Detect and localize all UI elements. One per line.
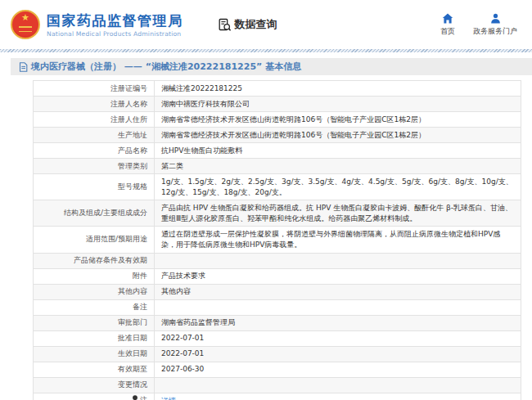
row-label: 适用范围/预期用途 (34, 227, 155, 253)
table-row: 批准日期 2022-07-01 (34, 330, 521, 346)
national-emblem-icon: ★ (11, 10, 40, 39)
note-details-link[interactable]: 详情 (161, 397, 176, 400)
row-label: 注册证编号 (34, 81, 155, 97)
table-row: 生效日期 2022-07-01 (34, 346, 521, 362)
row-value: 湖南省常德经济技术开发区德山街道乾明路106号（智能电子产业园C区1栋2层） (155, 128, 521, 143)
home-link[interactable]: 首页 (440, 13, 455, 37)
site-header: ★ 国家药品监督管理局 National Medical Products Ad… (0, 0, 532, 49)
home-icon (442, 13, 453, 24)
page-title: 境内医疗器械（注册） —— “湘械注准20222181225” 基本信息 (31, 61, 301, 73)
table-row: 结构及组成/主要组成成分 产品由抗 HPV 生物蛋白凝胶和给药器组成。抗 HPV… (34, 200, 521, 227)
section-title-bar: 境内医疗器械（注册） —— “湘械注准20222181225” 基本信息 (11, 58, 532, 75)
home-label: 首页 (440, 26, 455, 37)
row-value: 其他内容 (155, 284, 521, 299)
table-row: 产品储存条件及有效期 (34, 253, 521, 268)
row-label: 变更情况 (34, 377, 155, 393)
nmpa-logo[interactable]: ★ 国家药品监督管理局 National Medical Products Ad… (11, 10, 183, 39)
row-value: 通过在阴道壁形成一层保护性凝胶膜，将阴道壁与外界细菌物理隔离，从而阻止病原微生物… (155, 227, 521, 253)
row-label: 注 (34, 393, 155, 400)
table-row: 管理类别 第二类 (34, 159, 521, 174)
row-value: 湖南省常德经济技术开发区德山街道乾明路106号（智能电子产业园C区1栋2层） (155, 112, 521, 128)
row-value: 湖南中禧医疗科技有限公司 (155, 97, 521, 112)
nav-data-query-label: 数据查询 (235, 17, 277, 32)
nav-data-query[interactable]: 数据查询 (218, 17, 277, 32)
emblem-star-icon: ★ (12, 13, 38, 22)
pin-icon (132, 395, 138, 400)
document-icon (19, 62, 28, 72)
table-row: 其他内容 其他内容 (34, 284, 521, 299)
table-row: 注册人名称 湖南中禧医疗科技有限公司 (34, 97, 521, 112)
row-value: 2022-07-01 (155, 330, 521, 346)
row-label: 备注 (34, 299, 155, 315)
row-value: 产品由抗 HPV 生物蛋白凝胶和给药器组成。抗 HPV 生物蛋白凝胶由卡波姆、酸… (155, 200, 521, 227)
info-table: 注册证编号 湘械注准20222181225 注册人名称 湖南中禧医疗科技有限公司… (33, 80, 521, 400)
agency-title: 国家药品监督管理局 National Medical Products Admi… (47, 12, 183, 38)
row-value (155, 377, 521, 393)
row-value: 1g/支、1.5g/支、2g/支、2.5g/支、3g/支、3.5g/支、4g/支… (155, 174, 521, 200)
row-value: 湘械注准20222181225 (155, 81, 521, 97)
row-label: 型号规格 (34, 174, 155, 200)
row-label: 有效期至 (34, 362, 155, 377)
emblem-gate-icon (19, 26, 32, 32)
portal-label: 政务服务门户 (473, 26, 517, 37)
header-right: 首页 政务服务门户 (440, 13, 517, 37)
row-label: 审批部门 (34, 315, 155, 330)
agency-name-cn: 国家药品监督管理局 (47, 12, 183, 29)
row-label: 附件 (34, 268, 155, 284)
row-label: 批准日期 (34, 330, 155, 346)
row-value: 2027-06-30 (155, 362, 521, 377)
table-row: 附件 产品技术要求 (34, 268, 521, 284)
table-row: 型号规格 1g/支、1.5g/支、2g/支、2.5g/支、3g/支、3.5g/支… (34, 174, 521, 200)
row-value (155, 253, 521, 268)
row-label: 生产地址 (34, 128, 155, 143)
row-value: 2022-07-01 (155, 346, 521, 362)
row-label: 产品名称 (34, 143, 155, 159)
document-search-icon (218, 18, 232, 32)
table-row-note: 注 详情 (34, 393, 521, 400)
table-row: 适用范围/预期用途 通过在阴道壁形成一层保护性凝胶膜，将阴道壁与外界细菌物理隔离… (34, 227, 521, 253)
row-value (155, 299, 521, 315)
row-label: 注册人住所 (34, 112, 155, 128)
row-value: 详情 (155, 393, 521, 400)
table-row: 有效期至 2027-06-30 (34, 362, 521, 377)
table-row: 审批部门 湖南省药品监督管理局 (34, 315, 521, 330)
table-row: 注册证编号 湘械注准20222181225 (34, 81, 521, 97)
table-row: 注册人住所 湖南省常德经济技术开发区德山街道乾明路106号（智能电子产业园C区1… (34, 112, 521, 128)
table-row: 产品名称 抗HPV生物蛋白功能敷料 (34, 143, 521, 159)
row-label: 产品储存条件及有效期 (34, 253, 155, 268)
table-row: 生产地址 湖南省常德经济技术开发区德山街道乾明路106号（智能电子产业园C区1栋… (34, 128, 521, 143)
row-label: 结构及组成/主要组成成分 (34, 200, 155, 227)
row-label: 注册人名称 (34, 97, 155, 112)
row-value: 产品技术要求 (155, 268, 521, 284)
row-label: 其他内容 (34, 284, 155, 299)
agency-name-en: National Medical Products Administration (47, 30, 183, 38)
note-label: 注 (140, 396, 147, 400)
info-table-body: 注册证编号 湘械注准20222181225 注册人名称 湖南中禧医疗科技有限公司… (34, 81, 521, 400)
row-label: 管理类别 (34, 159, 155, 174)
table-row: 备注 (34, 299, 521, 315)
table-row: 变更情况 (34, 377, 521, 393)
main-content: 境内医疗器械（注册） —— “湘械注准20222181225” 基本信息 注册证… (0, 52, 532, 400)
row-value: 抗HPV生物蛋白功能敷料 (155, 143, 521, 159)
user-icon (490, 13, 501, 24)
row-value: 第二类 (155, 159, 521, 174)
row-label: 生效日期 (34, 346, 155, 362)
row-value: 湖南省药品监督管理局 (155, 315, 521, 330)
portal-link[interactable]: 政务服务门户 (473, 13, 517, 37)
